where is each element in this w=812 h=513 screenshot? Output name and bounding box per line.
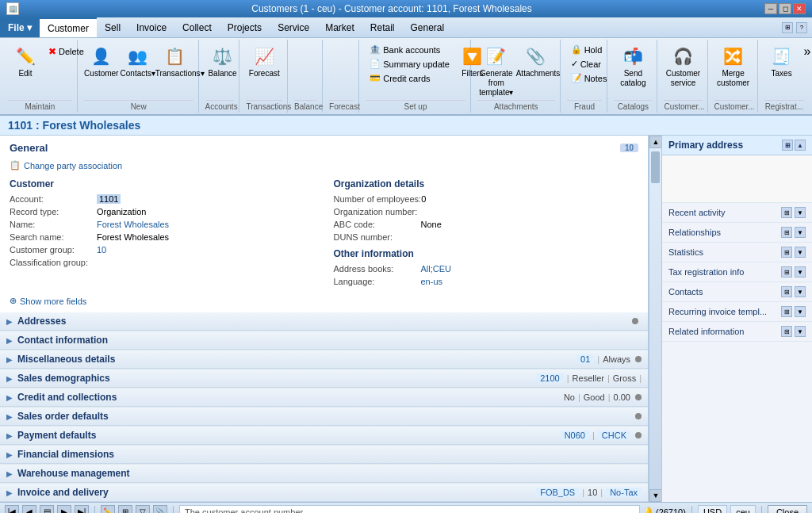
relationships-arrow-icon[interactable]: ▼ — [795, 227, 806, 238]
menu-item-file[interactable]: File ▾ — [0, 17, 40, 37]
scroll-bar: ▲ ▼ — [649, 136, 661, 502]
hold-button[interactable]: 🔒 Hold — [567, 43, 603, 56]
contacts-arrow-icon[interactable]: ▼ — [795, 286, 806, 297]
grid-view-button[interactable]: ⊞ — [118, 505, 132, 514]
attach-status-button[interactable]: 📎 — [153, 505, 167, 514]
recent-activity-expand-icon[interactable]: ⊞ — [781, 207, 792, 218]
filter-button[interactable]: ▽ — [136, 505, 150, 514]
customer-new-button[interactable]: 👤 Customer — [84, 41, 119, 81]
duns-label: DUNS number: — [334, 232, 421, 242]
nav-first-button[interactable]: |◀ — [5, 505, 19, 514]
minimize-button[interactable]: ─ — [764, 3, 777, 14]
more-ribbon-button[interactable]: » — [801, 41, 812, 62]
customer-group-value[interactable]: 10 — [97, 245, 106, 255]
recurring-arrow-icon[interactable]: ▼ — [795, 306, 806, 317]
nav-next-button[interactable]: ▶ — [57, 505, 71, 514]
recent-activity-arrow-icon[interactable]: ▼ — [795, 207, 806, 218]
menu-item-general[interactable]: General — [403, 17, 453, 37]
tax-registration-arrow-icon[interactable]: ▼ — [795, 266, 806, 278]
menu-item-invoice[interactable]: Invoice — [128, 17, 174, 37]
org-col-title: Organization details — [334, 178, 639, 190]
primary-address-collapse-icon[interactable]: ▲ — [795, 140, 806, 151]
send-catalog-button[interactable]: 📬 Send catalog — [614, 41, 652, 90]
attachments-button[interactable]: 📎 Attachments — [517, 41, 555, 81]
change-party-button[interactable]: 📋 Change party association — [10, 160, 638, 170]
nav-prev-button[interactable]: ◀ — [22, 505, 36, 514]
invoice-delivery-header[interactable]: ▶ Invoice and delivery FOB_DS | 10 | No-… — [0, 484, 648, 502]
tax-registration-expand-icon[interactable]: ⊞ — [781, 266, 792, 278]
recurring-invoice-item[interactable]: Recurring invoice templ... ⊞ ▼ — [662, 302, 812, 322]
menu-item-collect[interactable]: Collect — [174, 17, 220, 37]
customer-service-button[interactable]: 🎧 Customer service — [664, 41, 702, 90]
edit-button[interactable]: ✏️ Edit — [8, 41, 43, 81]
close-window-button[interactable]: ✕ — [793, 3, 806, 14]
contacts-button[interactable]: 👥 Contacts▾ — [121, 41, 155, 81]
relationships-item[interactable]: Relationships ⊞ ▼ — [662, 223, 812, 243]
financial-header[interactable]: ▶ Financial dimensions — [0, 446, 648, 464]
panel-toggle-icon[interactable]: ⊞ — [782, 22, 793, 33]
related-expand-icon[interactable]: ⊞ — [781, 326, 792, 337]
name-row: Name: Forest Wholesales — [10, 220, 315, 229]
transactions-button[interactable]: 📋 Transactions▾ — [157, 41, 193, 81]
menu-item-sell[interactable]: Sell — [97, 17, 128, 37]
credit-cards-button[interactable]: 💳 Credit cards — [366, 71, 454, 85]
sales-order-header[interactable]: ▶ Sales order defaults — [0, 408, 648, 426]
help-icon[interactable]: ? — [796, 22, 807, 33]
taxes-group-label: Registrat... — [764, 100, 804, 111]
menu-item-market[interactable]: Market — [317, 17, 362, 37]
summary-update-button[interactable]: 📄 Summary update — [366, 57, 454, 71]
menu-item-customer[interactable]: Customer — [40, 17, 97, 37]
scroll-thumb[interactable] — [651, 151, 660, 183]
addresses-header[interactable]: ▶ Addresses — [0, 312, 648, 331]
menu-item-retail[interactable]: Retail — [362, 17, 403, 37]
clear-button[interactable]: ✓ Clear — [567, 57, 603, 71]
name-value[interactable]: Forest Wholesales — [97, 220, 169, 229]
sales-demo-header[interactable]: ▶ Sales demographics 2100 | Reseller | G… — [0, 369, 648, 388]
menu-item-projects[interactable]: Projects — [220, 17, 270, 37]
merge-customer-button[interactable]: 🔀 Merge customer — [714, 41, 753, 90]
nav-last-button[interactable]: ▶| — [75, 505, 89, 514]
recent-activity-item[interactable]: Recent activity ⊞ ▼ — [662, 203, 812, 223]
nav-list-button[interactable]: ▤ — [40, 505, 54, 514]
contact-info-header[interactable]: ▶ Contact information — [0, 331, 648, 350]
misc-header[interactable]: ▶ Miscellaneous details 01 | Always — [0, 350, 648, 369]
scroll-down-button[interactable]: ▼ — [649, 489, 662, 502]
generate-template-button[interactable]: 📝 Generate from template▾ — [477, 41, 515, 100]
bank-accounts-button[interactable]: 🏦 Bank accounts — [366, 43, 454, 56]
payment-header[interactable]: ▶ Payment defaults N060 | CHCK — [0, 427, 648, 445]
show-more-button[interactable]: ⊕ Show more fields — [10, 296, 638, 306]
scroll-track[interactable] — [649, 148, 661, 489]
account-label: Account: — [10, 194, 97, 204]
recurring-expand-icon[interactable]: ⊞ — [781, 306, 792, 317]
contacts-item[interactable]: Contacts ⊞ ▼ — [662, 282, 812, 302]
ribbon-group-balance: Balance — [289, 40, 323, 113]
clear-icon: ✓ — [571, 59, 578, 69]
related-info-item[interactable]: Related information ⊞ ▼ — [662, 322, 812, 342]
forecast-button[interactable]: 📈 Forecast — [246, 41, 282, 81]
statistics-expand-icon[interactable]: ⊞ — [781, 247, 792, 258]
statistics-arrow-icon[interactable]: ▼ — [795, 247, 806, 258]
form-close-button[interactable]: Close — [768, 505, 807, 514]
language-value[interactable]: en-us — [421, 277, 443, 286]
invoice-badge1: FOB_DS — [536, 488, 579, 497]
related-arrow-icon[interactable]: ▼ — [795, 326, 806, 337]
cservice-label: Customer service — [666, 69, 700, 88]
balance-button[interactable]: ⚖️ Balance — [205, 41, 240, 81]
notes-button[interactable]: 📝 Notes — [567, 71, 603, 85]
tax-registration-item[interactable]: Tax registration info ⊞ ▼ — [662, 262, 812, 282]
credit-header[interactable]: ▶ Credit and collections No | Good | 0.0… — [0, 389, 648, 407]
scroll-up-button[interactable]: ▲ — [649, 136, 662, 148]
statistics-item[interactable]: Statistics ⊞ ▼ — [662, 243, 812, 262]
primary-address-expand-icon[interactable]: ⊞ — [782, 140, 793, 151]
menu-item-service[interactable]: Service — [270, 17, 317, 37]
account-value[interactable]: 1101 — [97, 194, 121, 204]
edit-status-button[interactable]: ✏️ — [101, 505, 115, 514]
relationships-expand-icon[interactable]: ⊞ — [781, 227, 792, 238]
address-books-value[interactable]: All;CEU — [421, 264, 452, 274]
new-label: New — [84, 100, 193, 111]
restore-button[interactable]: ◻ — [779, 3, 791, 14]
payment-badge2: CHCK — [598, 431, 630, 440]
warehouse-header[interactable]: ▶ Warehouse management — [0, 465, 648, 483]
taxes-button[interactable]: 🧾 Taxes — [764, 41, 799, 81]
contacts-expand-icon[interactable]: ⊞ — [781, 286, 792, 297]
